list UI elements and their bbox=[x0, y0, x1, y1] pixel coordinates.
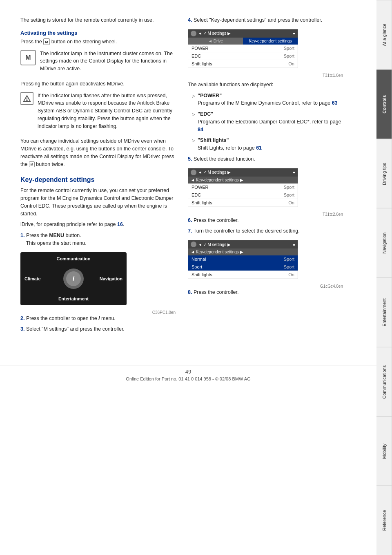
screen2-dot-icon bbox=[191, 170, 196, 175]
main-content: The setting is stored for the remote con… bbox=[0, 0, 376, 353]
step4: 4. Select "Key-dependent settings" and p… bbox=[188, 16, 343, 24]
screen1-row-power: POWER Sport bbox=[188, 45, 298, 52]
settings-screen-3: ◄ ✓ M settings ▶ ● ◄ Key-dependent setti… bbox=[188, 240, 298, 279]
screen1-tab-drive: ◄ Drive bbox=[188, 38, 243, 45]
settings-screen-2: ◄ ✓ M settings ▶ ● ◄ Key-dependent setti… bbox=[188, 168, 298, 207]
activating-intro: Press the M button on the steering wheel… bbox=[20, 38, 176, 46]
diagram-image-ref: C36PC1.0en bbox=[20, 310, 176, 315]
step4-num: 4. bbox=[188, 17, 192, 23]
screen2-row-power: POWER Sport bbox=[188, 184, 298, 191]
screen3-header: ◄ ✓ M settings ▶ ● bbox=[188, 240, 298, 248]
warning-text: If the indicator lamp flashes after the … bbox=[38, 92, 176, 130]
bullet-item-shift: "Shift lights" Shift Lights, refer to pa… bbox=[192, 137, 343, 152]
warning-box: If the indicator lamp flashes after the … bbox=[20, 92, 176, 134]
idrive-i-icon: i bbox=[66, 271, 81, 286]
sidebar-tab-reference[interactable]: Reference bbox=[376, 486, 392, 555]
sidebar-tab-mobility[interactable]: Mobility bbox=[376, 416, 392, 486]
screen3-sub-header: ◄ Key-dependent settings ▶ bbox=[188, 248, 298, 255]
idrive-ref: iDrive, for operating principle refer to… bbox=[20, 221, 176, 228]
sidebar-tab-entertainment[interactable]: Entertainment bbox=[376, 278, 392, 347]
screen2-header: ◄ ✓ M settings ▶ ● bbox=[188, 168, 298, 177]
bullet-item-power: "POWER" Programs of the M Engine Dynamic… bbox=[192, 92, 343, 107]
screen2-image-ref: T31tc2.0en bbox=[188, 212, 343, 217]
settings-screen-1: ◄ ✓ M settings ▶ ● ◄ Drive Key-dependent… bbox=[188, 29, 298, 68]
screen1-row-shift: Shift lights On bbox=[188, 60, 298, 68]
idrive-diagram: Communication Climate i Navigation Enter… bbox=[20, 252, 127, 305]
screen1-image-ref: T31tc1.0en bbox=[188, 73, 343, 78]
step8-num: 8. bbox=[188, 289, 192, 295]
screen1-header: ◄ ✓ M settings ▶ ● bbox=[188, 29, 298, 38]
svg-point-2 bbox=[27, 100, 27, 101]
step5: 5. Select the desired function. bbox=[188, 155, 343, 163]
indicator-text: The indicator lamp in the instrument clu… bbox=[40, 50, 176, 73]
step8: 8. Press the controller. bbox=[188, 289, 343, 296]
idrive-label-climate: Climate bbox=[24, 276, 41, 281]
step2: 2. Press the controller to open the i me… bbox=[20, 315, 176, 322]
screen3-row-shift: Shift lights On bbox=[188, 271, 298, 279]
step3-num: 3. bbox=[20, 326, 24, 332]
screen3-row-normal: Normal Sport bbox=[188, 255, 298, 263]
screen1-row-edc: EDC Sport bbox=[188, 52, 298, 60]
step5-num: 5. bbox=[188, 156, 192, 162]
change-text: You can change individual settings outsi… bbox=[20, 137, 176, 168]
intro-text: The setting is stored for the remote con… bbox=[20, 16, 176, 24]
page-number: 49 bbox=[0, 369, 376, 375]
screen2-row-edc: EDC Sport bbox=[188, 191, 298, 199]
bullet-item-edc: "EDC" Programs of the Electronic Damper … bbox=[192, 110, 343, 133]
sidebar-tab-driving-tips[interactable]: Driving tips bbox=[376, 139, 392, 208]
screen2-sub-header: ◄ Key-dependent settings ▶ bbox=[188, 177, 298, 184]
screen1-tabs: ◄ Drive Key-dependent settings bbox=[188, 38, 298, 45]
activating-heading: Activating the settings bbox=[20, 30, 176, 36]
available-text: The available functions are displayed: bbox=[188, 81, 343, 89]
idrive-controller-icon: i bbox=[63, 269, 84, 289]
step6: 6. Press the controller. bbox=[188, 217, 343, 224]
left-column: The setting is stored for the remote con… bbox=[20, 16, 176, 336]
sidebar-tab-communications[interactable]: Communications bbox=[376, 347, 392, 416]
sidebar-tabs: At a glance Controls Driving tips Naviga… bbox=[376, 0, 392, 555]
sidebar-tab-at-a-glance[interactable]: At a glance bbox=[376, 0, 392, 69]
step1-num: 1. bbox=[20, 233, 24, 238]
screen2-row-shift: Shift lights On bbox=[188, 199, 298, 207]
step2-num: 2. bbox=[20, 316, 24, 321]
footer-copyright: Online Edition for Part no. 01 41 0 014 … bbox=[126, 376, 250, 381]
idrive-label-communication: Communication bbox=[56, 256, 90, 261]
key-intro: For the remote control currently in use,… bbox=[20, 187, 176, 217]
screen1-dot-icon bbox=[191, 31, 196, 36]
idrive-label-entertainment: Entertainment bbox=[58, 296, 89, 301]
step1: 1. Press the MENU button. This opens the… bbox=[20, 232, 176, 247]
key-dependent-heading: Key-dependent settings bbox=[20, 176, 176, 184]
screen3-dot-icon bbox=[191, 242, 196, 247]
bullet-list: "POWER" Programs of the M Engine Dynamic… bbox=[192, 92, 343, 152]
screen3-row-sport: Sport Sport bbox=[188, 263, 298, 271]
sidebar-tab-navigation[interactable]: Navigation bbox=[376, 208, 392, 278]
step7-num: 7. bbox=[188, 228, 192, 234]
pressing-text: Pressing the button again deactivates MD… bbox=[20, 80, 176, 88]
page-footer: 49 Online Edition for Part no. 01 41 0 0… bbox=[0, 365, 376, 389]
screen1-tab-key-dependent: Key-dependent settings bbox=[243, 38, 298, 45]
indicator-box: M The indicator lamp in the instrument c… bbox=[20, 50, 176, 76]
warning-icon bbox=[20, 92, 33, 105]
m-logo-icon: M bbox=[20, 50, 36, 65]
right-column: 4. Select "Key-dependent settings" and p… bbox=[188, 16, 343, 336]
step7: 7. Turn the controller to select the des… bbox=[188, 227, 343, 235]
step3: 3. Select "M settings" and press the con… bbox=[20, 325, 176, 333]
step6-num: 6. bbox=[188, 217, 192, 223]
screen3-image-ref: G1cGc4.0en bbox=[188, 284, 343, 289]
idrive-label-navigation: Navigation bbox=[100, 276, 122, 281]
sidebar-tab-controls[interactable]: Controls bbox=[376, 69, 392, 139]
